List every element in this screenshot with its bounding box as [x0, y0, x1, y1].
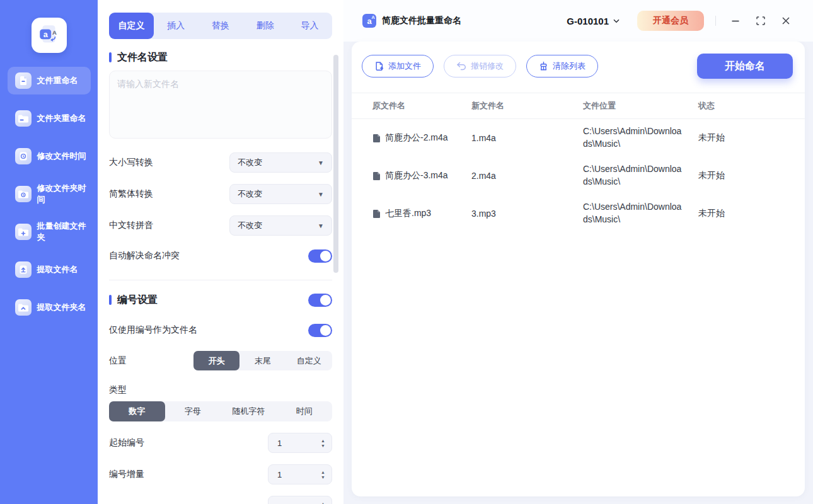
position-option-start[interactable]: 开头	[193, 351, 239, 370]
app-titlebar-icon: a A	[362, 14, 376, 28]
original-name: 简鹿办公-3.m4a	[385, 169, 456, 182]
case-convert-select[interactable]: 不改变 ▼	[229, 152, 332, 173]
partial-stepper[interactable]: ▲▼	[268, 496, 332, 504]
sidebar-item-create-folders[interactable]: 批量创建文件夹	[8, 218, 91, 246]
rename-logo-icon: a A	[37, 23, 61, 47]
tab-delete[interactable]: 删除	[243, 13, 287, 39]
sidebar-item-label: 修改文件夹时间	[37, 183, 91, 205]
stepper-arrows-icon[interactable]: ▲▼	[321, 438, 325, 448]
svg-text:a: a	[43, 30, 48, 39]
add-files-button[interactable]: 添加文件	[362, 55, 434, 77]
app-logo: a A	[32, 18, 67, 53]
simplified-traditional-select[interactable]: 不改变 ▼	[229, 184, 332, 204]
panel-scrollbar[interactable]	[333, 55, 338, 273]
start-number-stepper[interactable]: 1 ▲▼	[268, 433, 332, 453]
sidebar: a A 文件重命名 文件夹重命名 修改文件时间 修改文件夹时间 批量创	[0, 0, 98, 504]
numbering-toggle[interactable]	[308, 294, 332, 307]
dropdown-caret-icon: ▼	[318, 191, 324, 198]
file-doc-icon	[372, 134, 381, 143]
sidebar-item-folder-time[interactable]: 修改文件夹时间	[8, 180, 91, 208]
file-doc-icon	[372, 171, 381, 181]
type-option-number[interactable]: 数字	[109, 401, 165, 421]
case-convert-label: 大小写转换	[109, 157, 153, 168]
tab-replace[interactable]: 替换	[199, 13, 243, 39]
file-location: C:\Users\Admin\Downloads\Music\	[583, 201, 684, 226]
svg-text:A: A	[52, 29, 57, 36]
original-name: 简鹿办公-2.m4a	[385, 132, 456, 144]
minimize-button[interactable]	[729, 15, 741, 27]
conflict-toggle-label: 自动解决命名冲突	[109, 250, 180, 261]
type-option-letter[interactable]: 字母	[165, 401, 221, 421]
sidebar-item-label: 提取文件名	[37, 264, 78, 275]
sidebar-item-label: 修改文件时间	[37, 151, 86, 162]
sidebar-item-folder-rename[interactable]: 文件夹重命名	[8, 105, 91, 132]
simplified-traditional-label: 简繁体转换	[109, 188, 153, 200]
minimize-icon	[731, 16, 740, 25]
new-name: 1.m4a	[471, 133, 583, 143]
maximize-button[interactable]	[754, 15, 766, 27]
stepper-arrows-icon[interactable]: ▲▼	[321, 501, 325, 504]
sidebar-item-file-rename[interactable]: 文件重命名	[8, 67, 91, 94]
extract-file-icon	[15, 261, 32, 278]
section-accent-bar	[109, 295, 112, 305]
new-name: 2.m4a	[471, 171, 583, 181]
file-time-icon	[15, 148, 32, 164]
section-accent-bar	[109, 52, 112, 62]
rename-mode-tabs: 自定义 插入 替换 删除 导入	[109, 13, 332, 39]
sidebar-item-file-time[interactable]: 修改文件时间	[8, 142, 91, 170]
tab-custom[interactable]: 自定义	[109, 13, 154, 39]
table-header: 原文件名 新文件名 文件位置 状态	[352, 93, 805, 119]
filename-section-title: 文件名设置	[109, 51, 332, 64]
folder-time-icon	[15, 186, 32, 202]
tab-import[interactable]: 导入	[287, 13, 332, 39]
dropdown-caret-icon: ▼	[318, 222, 324, 229]
upgrade-member-button[interactable]: 开通会员	[637, 11, 704, 31]
position-option-custom[interactable]: 自定义	[286, 351, 332, 370]
table-row[interactable]: 七里香.mp3 3.mp3 C:\Users\Admin\Downloads\M…	[352, 195, 805, 232]
status: 未开始	[698, 208, 792, 219]
stepper-arrows-icon[interactable]: ▲▼	[321, 470, 325, 479]
chevron-down-icon	[613, 19, 620, 23]
position-segmented: 开头 末尾 自定义	[193, 351, 332, 370]
file-doc-icon	[372, 209, 381, 219]
section-divider	[109, 280, 332, 280]
sidebar-item-extract-foldername[interactable]: 提取文件夹名	[8, 294, 91, 321]
increment-label: 编号增量	[109, 469, 144, 480]
type-label: 类型	[109, 384, 332, 395]
only-number-label: 仅使用编号作为文件名	[109, 324, 197, 336]
table-row[interactable]: 简鹿办公-2.m4a 1.m4a C:\Users\Admin\Download…	[352, 119, 805, 157]
sidebar-item-label: 文件夹重命名	[37, 113, 86, 124]
type-option-time[interactable]: 时间	[277, 401, 333, 421]
main-area: a A 简鹿文件批量重命名 G-010101 开通会员 添加文件	[343, 0, 813, 504]
undo-icon	[456, 62, 466, 71]
pinyin-convert-select[interactable]: 不改变 ▼	[229, 215, 332, 236]
new-filename-input[interactable]	[109, 71, 332, 139]
conflict-toggle[interactable]	[308, 249, 332, 263]
settings-panel: 自定义 插入 替换 删除 导入 文件名设置 大小写转换 不改变 ▼ 简繁体转换 …	[98, 0, 343, 504]
file-location: C:\Users\Admin\Downloads\Music\	[583, 163, 684, 188]
folder-create-icon	[15, 224, 32, 240]
titlebar-divider	[715, 16, 716, 26]
original-name: 七里香.mp3	[385, 207, 456, 220]
sidebar-item-label: 文件重命名	[37, 75, 78, 86]
position-option-end[interactable]: 末尾	[239, 351, 285, 370]
increment-stepper[interactable]: 1 ▲▼	[268, 464, 332, 484]
status: 未开始	[698, 132, 792, 144]
numbering-section-title: 编号设置	[109, 294, 158, 306]
dropdown-caret-icon: ▼	[318, 159, 324, 166]
only-number-toggle[interactable]	[308, 324, 332, 337]
position-label: 位置	[109, 355, 127, 367]
folder-rename-icon	[15, 110, 32, 127]
version-dropdown[interactable]: G-010101	[567, 16, 620, 26]
table-row[interactable]: 简鹿办公-3.m4a 2.m4a C:\Users\Admin\Download…	[352, 157, 805, 195]
file-rename-icon	[15, 72, 32, 89]
undo-button[interactable]: 撤销修改	[444, 55, 516, 77]
status: 未开始	[698, 170, 792, 181]
close-button[interactable]	[780, 15, 792, 27]
clear-list-button[interactable]: 清除列表	[526, 55, 598, 77]
close-icon	[781, 16, 790, 25]
type-option-random[interactable]: 随机字符	[221, 401, 277, 421]
sidebar-item-extract-filename[interactable]: 提取文件名	[8, 256, 91, 284]
tab-insert[interactable]: 插入	[154, 13, 199, 39]
start-rename-button[interactable]: 开始命名	[697, 54, 793, 79]
